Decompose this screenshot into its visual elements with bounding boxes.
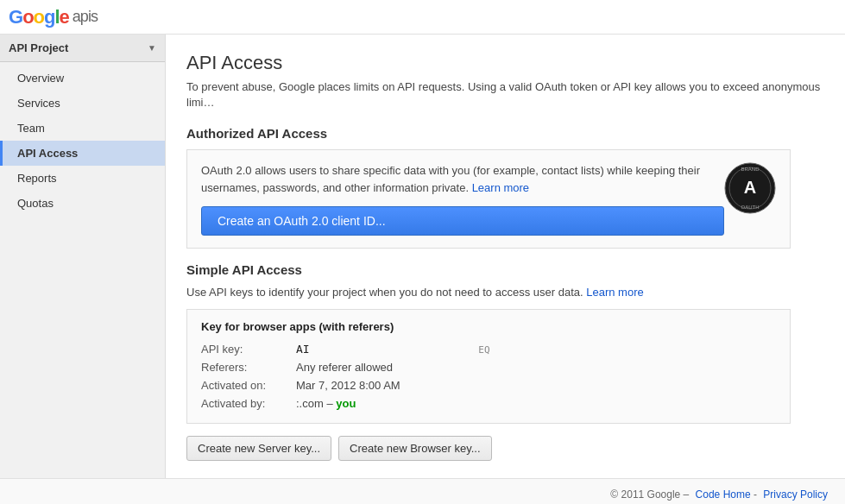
table-row: Activated by: :.com – you [201,394,776,413]
create-browser-key-button[interactable]: Create new Browser key... [338,436,491,461]
project-selector[interactable]: API Project ▼ [0,35,165,62]
sidebar-item-services[interactable]: Services [0,91,165,116]
simple-api-subtitle: Use API keys to identify your project wh… [186,286,824,299]
layout: API Project ▼ Overview Services Team API… [0,35,845,478]
create-oauth-button[interactable]: Create an OAuth 2.0 client ID... [201,206,724,236]
chevron-down-icon: ▼ [148,43,156,53]
value-activated-by: :.com – you [296,394,776,413]
sidebar-link-overview[interactable]: Overview [0,66,165,91]
sidebar: API Project ▼ Overview Services Team API… [0,35,166,478]
google-logo: Google apis [9,6,98,28]
oauth-box: OAuth 2.0 allows users to share specific… [186,149,791,249]
footer: © 2011 Google – Code Home - Privacy Poli… [0,478,845,504]
project-label: API Project [9,41,68,54]
svg-text:BRAND: BRAND [741,167,760,172]
simple-learn-more-link[interactable]: Learn more [586,286,643,299]
oauth-description: OAuth 2.0 allows users to share specific… [201,162,710,196]
logo-o2: o [34,6,44,28]
logo-o1: o [22,6,33,28]
label-activated-on: Activated on: [201,376,296,394]
key-table: API key: AI EQ Referers: Any referer all… [201,340,776,413]
value-activated-on: Mar 7, 2012 8:00 AM [296,376,776,394]
value-referers: Any referer allowed [296,358,776,376]
label-activated-by: Activated by: [201,394,296,413]
key-buttons-row: Create new Server key... Create new Brow… [186,436,824,461]
label-referers: Referers: [201,358,296,376]
sidebar-link-api-access[interactable]: API Access [0,141,165,166]
footer-privacy-policy-link[interactable]: Privacy Policy [763,488,828,501]
footer-separator2: - [751,488,760,501]
footer-separator: – [680,488,691,501]
main-content: API Access To prevent abuse, Google plac… [166,35,845,478]
sidebar-item-quotas[interactable]: Quotas [0,191,165,216]
product-name: apis [73,8,98,26]
oauth-learn-more-link[interactable]: Learn more [472,181,529,194]
label-api-key: API key: [201,340,296,358]
footer-copyright: © 2011 Google [610,488,680,501]
sidebar-item-overview[interactable]: Overview [0,66,165,91]
you-badge: you [336,397,356,410]
footer-code-home-link[interactable]: Code Home [696,488,751,501]
sidebar-item-reports[interactable]: Reports [0,166,165,191]
sidebar-link-services[interactable]: Services [0,91,165,116]
sidebar-item-api-access[interactable]: API Access [0,141,165,166]
create-server-key-button[interactable]: Create new Server key... [186,436,331,461]
svg-text:OAUTH: OAUTH [741,205,760,210]
table-row: Activated on: Mar 7, 2012 8:00 AM [201,376,776,394]
authorized-section-title: Authorized API Access [186,126,824,141]
oauth-content: OAuth 2.0 allows users to share specific… [201,162,724,236]
simple-section-title: Simple API Access [186,262,824,277]
svg-text:A: A [744,178,756,197]
page-title: API Access [186,52,824,74]
sidebar-link-quotas[interactable]: Quotas [0,191,165,216]
oauth-logo: A OAUTH BRAND [724,162,776,214]
value-api-key: AI EQ [296,340,776,358]
key-table-box: Key for browser apps (with referers) API… [186,309,791,424]
logo-g: G [9,6,22,28]
sidebar-nav: Overview Services Team API Access Report… [0,66,165,216]
sidebar-link-team[interactable]: Team [0,116,165,141]
sidebar-link-reports[interactable]: Reports [0,166,165,191]
logo-g2: g [44,6,54,28]
table-row: Referers: Any referer allowed [201,358,776,376]
sidebar-item-team[interactable]: Team [0,116,165,141]
edit-icon: EQ [478,344,489,356]
header: Google apis [0,0,845,35]
page-subtitle: To prevent abuse, Google places limits o… [186,79,824,110]
table-row: API key: AI EQ [201,340,776,358]
logo-e: e [60,6,69,28]
key-table-title: Key for browser apps (with referers) [201,320,776,333]
